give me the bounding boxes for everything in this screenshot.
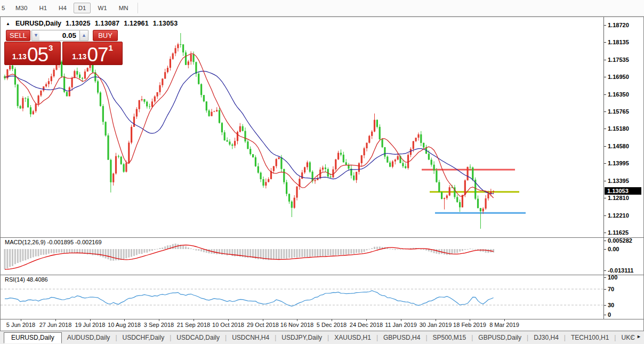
timeframe-button-W1[interactable]: W1 <box>93 3 111 13</box>
time-axis-tick <box>90 319 91 321</box>
symbol-tab-AUDUSD-Daily[interactable]: AUDUSD,Daily <box>62 334 116 341</box>
symbol-tab-DJ30-H4[interactable]: DJ30,H4 <box>528 334 564 341</box>
rsi-axis-label: 0 <box>608 311 611 318</box>
price-axis-tick <box>604 146 606 147</box>
symbol-tab-GBPUSD-Daily[interactable]: GBPUSD,Daily <box>473 334 527 341</box>
time-axis-line <box>1 319 643 319</box>
price-axis-label: 1.12810 <box>608 195 629 201</box>
price-axis-tick <box>604 233 606 233</box>
rsi-axis-label: 70 <box>608 286 614 292</box>
sell-quote-box[interactable]: 1.13 05 3 <box>4 42 61 65</box>
time-axis-tick <box>401 319 401 321</box>
symbol-tab-XAUUSD-H1[interactable]: XAUUSD,H1 <box>329 334 376 341</box>
sell-price-big: 05 <box>27 47 48 63</box>
time-axis-label: 3 Sep 2018 <box>144 322 174 328</box>
timeframe-button-D1[interactable]: D1 <box>74 3 91 13</box>
macd-values: -0.001895 -0.002169 <box>47 239 101 245</box>
price-axis-tick <box>604 77 606 77</box>
rsi-axis-label: 30 <box>608 302 614 308</box>
sell-button[interactable]: SELL <box>6 30 30 41</box>
timeframe-button-H4[interactable]: H4 <box>54 3 71 13</box>
timeframe-button-5[interactable]: 5 <box>1 3 9 13</box>
time-axis-label: 11 Jan 2019 <box>385 322 417 328</box>
buy-price-big: 07 <box>87 47 108 63</box>
volume-input[interactable] <box>39 30 79 41</box>
toolbar-separator <box>138 3 139 13</box>
time-axis-tick <box>263 319 263 321</box>
macd-axis-tick <box>604 241 606 241</box>
price-axis-label: 1.14580 <box>608 143 629 149</box>
buy-price-sup: 1 <box>109 43 113 52</box>
macd-axis-tick <box>604 270 606 271</box>
symbol-tab-bar: EURUSD,DailyAUDUSD,Daily|USDCHF,Daily|US… <box>0 331 644 344</box>
rsi-panel <box>1 275 603 319</box>
time-axis-label: 29 Oct 2018 <box>247 322 279 328</box>
rsi-label: RSI(14) 48.4086 <box>5 276 48 283</box>
price-axis-label: 1.18720 <box>608 22 629 28</box>
timeframe-toolbar: 5M30H1H4D1W1MN <box>0 0 644 17</box>
time-axis-tick <box>228 319 229 321</box>
price-axis-tick <box>604 60 606 60</box>
symbol-tab-USDCAD-Daily[interactable]: USDCAD,Daily <box>171 334 225 341</box>
time-axis-tick <box>194 319 194 321</box>
time-axis-tick <box>159 319 159 321</box>
volume-increase-button[interactable]: ▲ <box>79 30 88 41</box>
time-axis-tick <box>297 319 297 321</box>
symbol-tab-SP500-M15[interactable]: SP500,M15 <box>428 334 472 341</box>
rsi-axis-tick <box>604 277 606 278</box>
symbol-tab-GBPUSD-H4[interactable]: GBPUSD,H4 <box>378 334 425 341</box>
price-axis-label: 1.11625 <box>608 229 629 236</box>
time-axis-label: 5 Dec 2018 <box>317 322 347 328</box>
timeframe-button-H1[interactable]: H1 <box>34 3 52 13</box>
time-axis-label: 5 Jun 2018 <box>6 322 35 328</box>
macd-signal-line <box>5 245 494 270</box>
price-axis-label: 1.15765 <box>608 108 629 115</box>
rsi-axis-label: 100 <box>608 274 617 281</box>
symbol-tab-USDCNH-H4[interactable]: USDCNH,H4 <box>227 334 275 341</box>
price-axis-label: 1.17535 <box>608 57 629 63</box>
price-axis-tick <box>604 94 606 95</box>
ma-slow-line <box>5 71 494 194</box>
price-axis-tick <box>604 163 606 164</box>
time-axis-label: 18 Feb 2019 <box>453 322 486 328</box>
price-axis-label: 1.15180 <box>608 125 629 132</box>
macd-axis-label: -0.013111 <box>608 267 633 274</box>
macd-label: MACD(12,26,9) -0.001895 -0.002169 <box>5 239 102 245</box>
macd-axis-label: 0.00 <box>608 246 619 252</box>
tab-scroll-left-icon[interactable]: ◄ <box>629 334 633 339</box>
time-axis-label: 27 Jun 2018 <box>39 322 72 328</box>
ma-fast-line <box>5 54 494 198</box>
time-axis-label: 19 Jul 2018 <box>75 322 106 328</box>
rsi-axis-tick <box>604 289 606 290</box>
price-axis-label: 1.18135 <box>608 39 629 45</box>
symbol-tab-USDJPY-Daily[interactable]: USDJPY,Daily <box>276 334 327 341</box>
tab-scroll-right-icon[interactable]: ► <box>637 334 641 339</box>
symbol-tab-EURUSD-Daily[interactable]: EURUSD,Daily <box>4 332 62 343</box>
timeframe-button-M30[interactable]: M30 <box>11 3 32 13</box>
buy-button[interactable]: BUY <box>93 30 118 41</box>
buy-price-small: 1.13 <box>72 52 86 61</box>
symbol-tab-USDCHF-Daily[interactable]: USDCHF,Daily <box>117 334 170 341</box>
time-axis-label: 30 Jan 2019 <box>420 322 452 328</box>
time-axis-label: 8 Mar 2019 <box>489 322 519 328</box>
rsi-axis-tick <box>604 315 606 315</box>
hline-hline_yellow <box>430 191 519 193</box>
price-axis-tick <box>604 42 606 43</box>
buy-quote-box[interactable]: 1.13 07 1 <box>62 42 123 65</box>
time-axis-tick <box>55 319 56 321</box>
time-axis-tick <box>504 319 505 321</box>
rsi-value: 48.4086 <box>27 276 48 283</box>
macd-axis-tick <box>604 249 606 250</box>
time-axis-label: 21 Sep 2018 <box>177 322 210 328</box>
price-axis-label: 1.12210 <box>608 212 629 219</box>
price-axis-tick <box>604 215 606 216</box>
timeframe-button-MN[interactable]: MN <box>114 3 133 13</box>
price-axis-label: 1.13395 <box>608 178 629 184</box>
macd-axis-label: 0.005282 <box>608 237 632 244</box>
current-price-tag: 1.13053 <box>605 187 641 195</box>
time-axis-tick <box>21 319 21 321</box>
rsi-line <box>5 291 494 306</box>
time-axis-tick <box>470 319 470 321</box>
symbol-tab-TECH100-H1[interactable]: TECH100,H1 <box>566 334 614 341</box>
time-axis-label: 10 Aug 2018 <box>108 322 141 328</box>
